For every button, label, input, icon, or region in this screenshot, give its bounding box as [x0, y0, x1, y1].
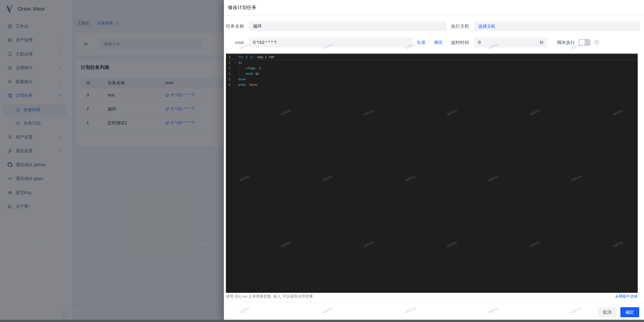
task-name-input[interactable]	[249, 21, 447, 31]
timeout-label: 超时时间	[449, 38, 469, 47]
line-number: 2	[226, 60, 230, 65]
script-exec-label: 脚本执行	[557, 38, 575, 47]
code-line: 5done	[226, 77, 638, 82]
script-code-editor[interactable]: 1for i in `seq 1 100`2do3 sleep .14 echo…	[226, 54, 638, 293]
editor-hint: 使用 @{{ xxx }} 来替换参数, 输入_可以获取全部变量	[226, 294, 313, 299]
script-exec-toggle[interactable]	[579, 39, 590, 46]
line-number: 5	[226, 77, 230, 82]
line-number: 3	[226, 65, 230, 71]
indent-guide	[239, 65, 239, 71]
fold-chevron-icon[interactable]	[234, 61, 237, 64]
screen: Orion Visor 工作台资产管理主机运维运维审计批量执行计划任务任务列表任…	[0, 0, 644, 322]
cron-input[interactable]: 0 */10 * * * ?	[249, 38, 412, 47]
timeout-input[interactable]	[474, 38, 540, 47]
drawer-title: 修改计划任务	[228, 0, 257, 15]
exec-host-label: 执行主机	[449, 21, 469, 31]
toggle-knob	[579, 40, 585, 45]
code-line: 6echo 'done'	[226, 82, 638, 88]
timeout-unit: 秒	[540, 40, 544, 45]
line-number: 4	[226, 71, 230, 77]
os-bottom-bar	[0, 320, 644, 322]
confirm-button[interactable]: 确定	[620, 307, 639, 317]
code-line: 3 sleep .1	[226, 65, 638, 71]
timeout-field: 秒	[474, 38, 547, 47]
code-line: 4 echo $i	[226, 71, 638, 77]
cron-label: cron	[224, 38, 244, 47]
drawer-modify-task: 修改计划任务 任务名称 执行主机 选择主机 cron 0 */10 * * * …	[224, 0, 644, 322]
close-icon	[634, 5, 639, 10]
task-name-label: 任务名称	[224, 21, 244, 31]
drawer-header: 修改计划任务	[224, 0, 644, 15]
drawer-footer: 取消 确定	[224, 302, 644, 322]
cron-input-group: 0 */10 * * * ? 生成 测试	[249, 38, 447, 47]
indent-guide	[239, 71, 239, 77]
host-select-field: 选择主机	[474, 21, 640, 31]
cron-test-button[interactable]: 测试	[429, 38, 447, 47]
code-line: 2do	[226, 60, 638, 65]
cancel-button[interactable]: 取消	[598, 307, 617, 317]
cron-generate-button[interactable]: 生成	[412, 38, 429, 47]
line-number: 1	[226, 54, 230, 60]
select-from-template-link[interactable]: 从模板中选择	[615, 294, 638, 299]
close-button[interactable]	[632, 4, 640, 12]
select-host-link[interactable]: 选择主机	[478, 23, 495, 29]
line-number: 6	[226, 82, 230, 88]
help-icon[interactable]: ?	[594, 40, 599, 45]
drawer-body: 任务名称 执行主机 选择主机 cron 0 */10 * * * ? 生成 测试…	[224, 15, 644, 322]
code-line: 1for i in `seq 1 100`	[226, 54, 638, 60]
